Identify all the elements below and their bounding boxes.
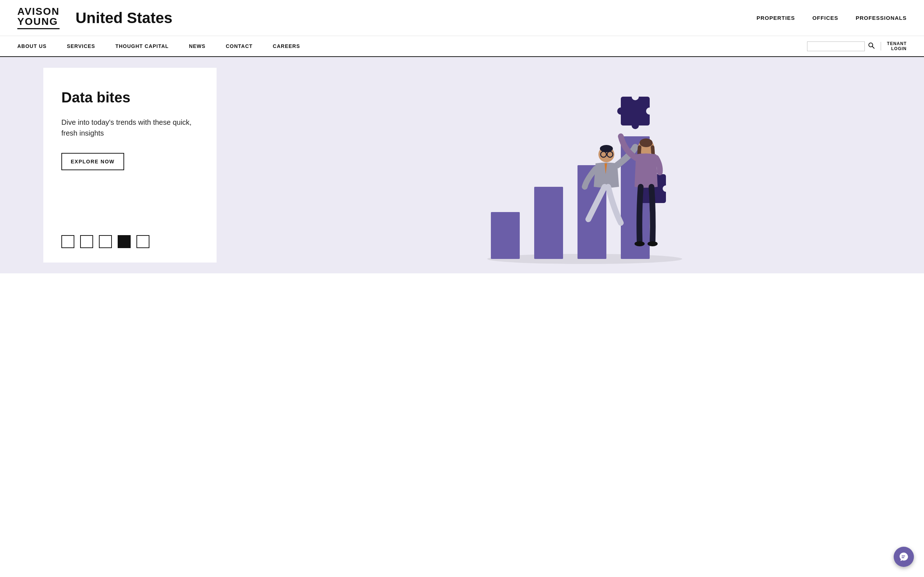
svg-point-22	[635, 241, 645, 246]
nav-divider	[881, 42, 881, 50]
nav-thought-capital[interactable]: THOUGHT CAPITAL	[105, 36, 179, 56]
nav-contact[interactable]: CONTACT	[215, 36, 262, 56]
explore-now-button[interactable]: EXPLORE NOW	[61, 153, 124, 170]
carousel-dot-1[interactable]	[61, 235, 74, 248]
carousel-dot-5[interactable]	[136, 235, 149, 248]
header-nav-properties[interactable]: PROPERTIES	[756, 15, 795, 21]
hero-card-content: Data bites Dive into today's trends with…	[61, 89, 199, 213]
svg-line-1	[872, 46, 874, 48]
hero-section: Data bites Dive into today's trends with…	[0, 57, 924, 273]
country-name: United States	[76, 10, 172, 27]
hero-illustration	[216, 57, 924, 273]
search-container	[807, 42, 875, 51]
search-input[interactable]	[807, 42, 865, 51]
svg-point-11	[632, 122, 639, 129]
tenant-login-button[interactable]: TENANT LOGIN	[887, 41, 907, 52]
search-icon[interactable]	[868, 42, 875, 51]
hero-card: Data bites Dive into today's trends with…	[43, 68, 216, 263]
nav-about-us[interactable]: ABOUT US	[17, 36, 57, 56]
logo-line1: AVISON	[17, 6, 60, 16]
logo[interactable]: AVISON YOUNG	[17, 6, 60, 29]
illustration-svg	[444, 82, 696, 270]
nav-news[interactable]: NEWS	[179, 36, 215, 56]
nav-services[interactable]: SERVICES	[57, 36, 105, 56]
header-nav-professionals[interactable]: PROFESSIONALS	[856, 15, 907, 21]
carousel-dot-2[interactable]	[80, 235, 93, 248]
hero-title: Data bites	[61, 89, 199, 105]
svg-point-9	[646, 108, 653, 115]
carousel-dots	[61, 235, 199, 248]
header-nav-offices[interactable]: OFFICES	[813, 15, 838, 21]
svg-point-21	[640, 139, 653, 147]
header-left: AVISON YOUNG United States	[17, 6, 173, 29]
carousel-dot-3[interactable]	[99, 235, 112, 248]
carousel-dot-4[interactable]	[118, 235, 131, 248]
logo-line2: YOUNG	[17, 16, 60, 27]
svg-rect-7	[621, 97, 650, 126]
svg-point-8	[632, 93, 639, 100]
header: AVISON YOUNG United States PROPERTIES OF…	[0, 0, 924, 36]
svg-point-23	[648, 241, 657, 246]
hero-description: Dive into today's trends with these quic…	[61, 117, 199, 139]
nav-careers[interactable]: CAREERS	[263, 36, 310, 56]
svg-rect-3	[491, 212, 520, 259]
header-top-nav: PROPERTIES OFFICES PROFESSIONALS	[756, 15, 907, 21]
svg-point-14	[663, 185, 669, 192]
svg-point-10	[617, 108, 624, 115]
svg-point-16	[600, 145, 613, 152]
svg-rect-4	[534, 187, 563, 259]
main-navbar: ABOUT US SERVICES THOUGHT CAPITAL NEWS C…	[0, 36, 924, 57]
